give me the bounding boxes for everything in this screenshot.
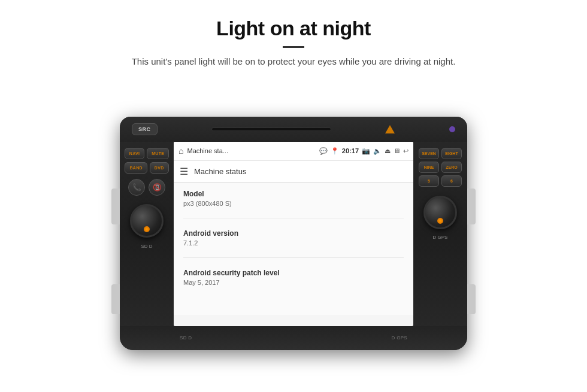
- right-tab-top: [467, 189, 476, 224]
- home-icon[interactable]: ⌂: [178, 146, 183, 156]
- left-tab-bottom: [111, 284, 120, 314]
- camera-icon: 📷: [362, 147, 370, 155]
- model-value: px3 (800x480 S): [183, 200, 404, 207]
- num-button-grid: SEVEN EIGHT NINE ZERO 5 6: [419, 148, 462, 187]
- model-label: Model: [183, 190, 404, 198]
- right-knob[interactable]: [423, 196, 457, 229]
- navi-button[interactable]: NAVI: [125, 148, 144, 159]
- band-dvd-row: BAND DVD: [125, 162, 168, 174]
- purple-dot: [449, 126, 455, 132]
- left-knob[interactable]: [130, 204, 164, 238]
- left-tab-top: [111, 189, 120, 224]
- six-button[interactable]: 6: [441, 175, 462, 187]
- bottom-left-label: SD D: [180, 335, 192, 341]
- src-button[interactable]: SRC: [132, 123, 158, 135]
- cd-slot: [211, 127, 331, 131]
- zero-button[interactable]: ZERO: [441, 162, 462, 173]
- left-panel: NAVI MUTE BAND DVD 📞 📵 SD D: [120, 142, 174, 327]
- android-version-label: Android version: [183, 229, 404, 238]
- android-version-value: 7.1.2: [183, 239, 404, 247]
- band-button[interactable]: BAND: [125, 162, 147, 174]
- title-divider: [283, 46, 304, 48]
- page-subtitle: This unit's panel light will be on to pr…: [36, 55, 551, 69]
- pin-icon: 📍: [331, 147, 339, 155]
- toolbar-title: Machine status: [194, 167, 246, 176]
- mute-button[interactable]: MUTE: [147, 148, 169, 159]
- call-buttons-row: 📞 📵: [128, 179, 165, 196]
- call-accept-button[interactable]: 📞: [128, 179, 145, 196]
- page-header: Light on at night This unit's panel ligh…: [0, 0, 587, 75]
- radio-unit: SRC NAVI MUTE BAND DVD 📞 📵: [120, 117, 467, 350]
- app-body: Model px3 (800x480 S) Android version 7.…: [174, 183, 413, 315]
- radio-bottom-bar: SD D D GPS: [120, 326, 467, 350]
- security-patch-value: May 5, 2017: [183, 279, 404, 286]
- call-end-button[interactable]: 📵: [149, 179, 165, 196]
- model-section: Model px3 (800x480 S): [183, 190, 404, 218]
- seven-button[interactable]: SEVEN: [419, 148, 439, 159]
- android-version-section: Android version 7.1.2: [183, 229, 404, 258]
- right-tab-bottom: [467, 284, 476, 314]
- security-patch-label: Android security patch level: [183, 269, 404, 277]
- page-title: Light on at night: [36, 17, 551, 40]
- triangle-button[interactable]: [385, 125, 395, 133]
- left-top-buttons: NAVI MUTE BAND DVD 📞 📵: [125, 148, 169, 196]
- main-content: SRC NAVI MUTE BAND DVD 📞 📵: [0, 75, 587, 393]
- security-patch-section: Android security patch level May 5, 2017: [183, 269, 404, 297]
- android-status-bar: ⌂ Machine sta... 💬 📍 20:17 📷 🔈 ⏏ 🖥 ↩: [174, 142, 413, 161]
- hamburger-icon[interactable]: ☰: [180, 166, 188, 177]
- eject-icon: ⏏: [385, 147, 391, 155]
- eight-button[interactable]: EIGHT: [441, 148, 462, 159]
- gps-label: D GPS: [433, 235, 448, 240]
- status-icons: 💬 📍 20:17 📷 🔈 ⏏ 🖥 ↩: [319, 147, 409, 155]
- navi-mute-row: NAVI MUTE: [125, 148, 169, 159]
- five-button[interactable]: 5: [419, 175, 439, 187]
- radio-top-bar: SRC: [120, 117, 467, 142]
- dvd-button[interactable]: DVD: [150, 162, 169, 174]
- status-time: 20:17: [342, 147, 359, 154]
- vol-icon: 🔈: [373, 147, 382, 155]
- sd-label: SD D: [141, 244, 152, 249]
- arrow-icon: ↩: [403, 147, 409, 155]
- nine-button[interactable]: NINE: [419, 162, 439, 173]
- msg-icon: 💬: [319, 147, 328, 155]
- right-panel: SEVEN EIGHT NINE ZERO 5 6 D GPS: [413, 142, 467, 327]
- status-app-name: Machine sta...: [187, 147, 315, 154]
- app-toolbar: ☰ Machine status: [174, 161, 413, 183]
- bottom-right-label: D GPS: [392, 335, 407, 341]
- screen-area: ⌂ Machine sta... 💬 📍 20:17 📷 🔈 ⏏ 🖥 ↩ ☰ M…: [174, 142, 413, 326]
- screen-icon: 🖥: [394, 147, 400, 154]
